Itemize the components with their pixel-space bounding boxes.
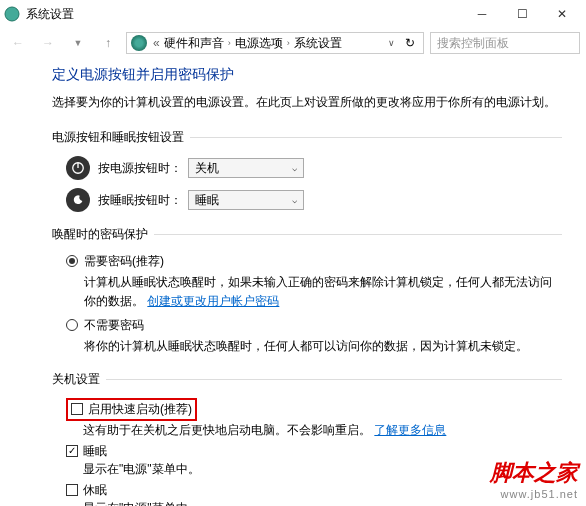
sleep-button-dropdown[interactable]: 睡眠 ⌵ [188,190,304,210]
create-password-link[interactable]: 创建或更改用户帐户密码 [147,294,279,308]
up-button[interactable]: ↑ [96,31,120,55]
power-button-dropdown[interactable]: 关机 ⌵ [188,158,304,178]
radio-no-password[interactable] [66,319,78,331]
page-title: 定义电源按钮并启用密码保护 [52,66,562,84]
maximize-button[interactable]: ☐ [502,2,542,26]
sleep-icon [66,188,90,212]
breadcrumb-part[interactable]: 电源选项 [235,35,283,52]
power-button-label: 按电源按钮时： [98,160,188,177]
radio-label: 需要密码(推荐) [84,253,562,270]
chevron-down-icon: ⌵ [292,195,297,205]
minimize-button[interactable]: ─ [462,2,502,26]
checkbox-sleep[interactable] [66,445,78,457]
sleep-button-label: 按睡眠按钮时： [98,192,188,209]
breadcrumb-part[interactable]: 系统设置 [294,35,342,52]
forward-button[interactable]: → [36,31,60,55]
highlighted-option: 启用快速启动(推荐) [66,398,197,421]
search-input[interactable]: 搜索控制面板 [430,32,580,54]
svg-point-0 [5,7,19,21]
control-panel-icon [131,35,147,51]
checkbox-description: 显示在"电源"菜单中。 [52,461,562,478]
radio-label: 不需要密码 [84,317,562,334]
chevron-down-icon: ⌵ [292,163,297,173]
breadcrumb-part[interactable]: 硬件和声音 [164,35,224,52]
breadcrumb[interactable]: « 硬件和声音 › 电源选项 › 系统设置 ∨ ↻ [126,32,424,54]
checkbox-fast-startup[interactable] [71,403,83,415]
chevron-right-icon: › [226,38,233,48]
checkbox-label: 睡眠 [83,443,107,460]
power-icon [66,156,90,180]
checkbox-description: 显示在"电源"菜单中。 [52,500,562,506]
nav-dropdown-icon[interactable]: ▼ [66,31,90,55]
checkbox-hibernate[interactable] [66,484,78,496]
page-description: 选择要为你的计算机设置的电源设置。在此页上对设置所做的更改将应用于你所有的电源计… [52,94,562,111]
learn-more-link[interactable]: 了解更多信息 [374,423,446,437]
checkbox-label: 休眠 [83,482,107,499]
window-title: 系统设置 [26,6,462,23]
close-button[interactable]: ✕ [542,2,582,26]
radio-description: 将你的计算机从睡眠状态唤醒时，任何人都可以访问你的数据，因为计算机未锁定。 [84,337,562,356]
section-header-password: 唤醒时的密码保护 [52,226,148,243]
checkbox-label: 启用快速启动(推荐) [88,401,192,418]
checkbox-description: 这有助于在关机之后更快地启动电脑。不会影响重启。 [83,423,371,437]
back-button[interactable]: ← [6,31,30,55]
chevron-right-icon: › [285,38,292,48]
app-icon [4,6,20,22]
refresh-icon[interactable]: ↻ [401,36,419,50]
section-header-shutdown: 关机设置 [52,371,100,388]
breadcrumb-caret-icon[interactable]: ∨ [384,38,399,48]
section-header-buttons: 电源按钮和睡眠按钮设置 [52,129,184,146]
radio-require-password[interactable] [66,255,78,267]
